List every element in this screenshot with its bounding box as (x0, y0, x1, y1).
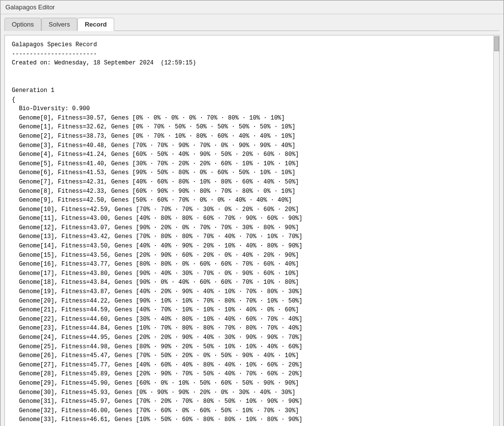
scrollbar-track[interactable] (493, 35, 499, 426)
main-window: Galapagos Editor Options Solvers Record … (0, 0, 504, 426)
tab-options[interactable]: Options (4, 18, 41, 31)
window-title: Galapagos Editor (5, 3, 55, 11)
record-panel: Galapagos Species Record ---------------… (4, 35, 500, 426)
title-bar: Galapagos Editor (0, 0, 504, 14)
tab-record[interactable]: Record (77, 18, 114, 31)
tab-bar: Options Solvers Record (0, 14, 504, 30)
record-text-area[interactable]: Galapagos Species Record ---------------… (5, 35, 493, 426)
tab-solvers[interactable]: Solvers (41, 18, 77, 31)
scrollbar-thumb[interactable] (494, 36, 499, 51)
content-area: Galapagos Species Record ---------------… (0, 31, 504, 426)
